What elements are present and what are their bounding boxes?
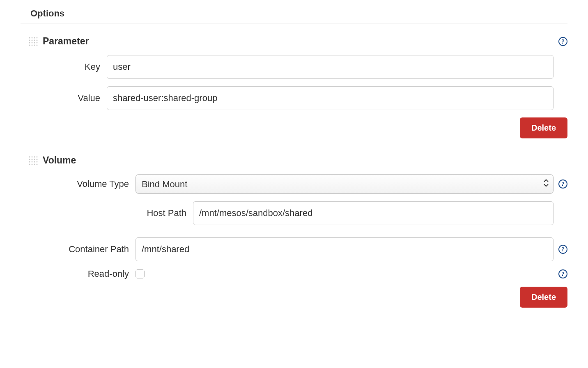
svg-point-26 xyxy=(29,161,30,162)
svg-text:?: ? xyxy=(562,246,565,253)
svg-point-12 xyxy=(29,44,30,46)
svg-point-15 xyxy=(37,44,38,46)
svg-text:?: ? xyxy=(562,271,565,277)
svg-point-13 xyxy=(32,44,33,46)
parameter-block: Parameter ? Key Value Delete xyxy=(21,36,567,138)
parameter-key-label: Key xyxy=(21,62,107,72)
help-icon[interactable]: ? xyxy=(558,269,567,278)
container-path-input[interactable] xyxy=(136,237,554,261)
parameter-value-input[interactable] xyxy=(107,86,554,110)
svg-point-25 xyxy=(37,159,38,160)
svg-point-21 xyxy=(37,156,38,157)
svg-point-19 xyxy=(32,156,33,157)
host-path-row: Host Path xyxy=(21,201,567,225)
volume-type-select[interactable]: Bind Mount xyxy=(136,174,554,194)
svg-point-0 xyxy=(29,37,30,38)
volume-delete-button[interactable]: Delete xyxy=(520,287,567,308)
svg-point-6 xyxy=(34,39,35,41)
svg-point-30 xyxy=(29,163,30,165)
svg-point-24 xyxy=(34,159,35,160)
readonly-row: Read-only ? xyxy=(21,269,567,279)
parameter-delete-button[interactable]: Delete xyxy=(520,117,567,138)
svg-point-28 xyxy=(34,161,35,162)
svg-point-20 xyxy=(34,156,35,157)
svg-point-9 xyxy=(32,42,33,43)
svg-point-31 xyxy=(32,163,33,165)
svg-point-11 xyxy=(37,42,38,43)
svg-point-22 xyxy=(29,159,30,160)
volume-block: Volume Volume Type Bind Mount ? Host Pat… xyxy=(21,155,567,308)
volume-type-label: Volume Type xyxy=(21,179,136,189)
svg-point-32 xyxy=(34,163,35,165)
svg-text:?: ? xyxy=(562,181,565,187)
volume-header: Volume xyxy=(21,155,567,166)
parameter-title: Parameter xyxy=(43,36,89,47)
svg-point-3 xyxy=(37,37,38,38)
host-path-input[interactable] xyxy=(193,201,554,225)
container-path-row: Container Path ? xyxy=(21,237,567,261)
parameter-key-input[interactable] xyxy=(107,55,554,79)
help-icon[interactable]: ? xyxy=(558,245,567,254)
host-path-label: Host Path xyxy=(21,208,193,218)
help-icon[interactable]: ? xyxy=(558,37,567,46)
svg-point-27 xyxy=(32,161,33,162)
svg-point-5 xyxy=(32,39,33,41)
parameter-header: Parameter ? xyxy=(21,36,567,47)
volume-title: Volume xyxy=(43,155,76,166)
svg-point-7 xyxy=(37,39,38,41)
readonly-checkbox[interactable] xyxy=(136,269,145,278)
svg-point-23 xyxy=(32,159,33,160)
svg-point-14 xyxy=(34,44,35,46)
drag-handle-icon[interactable] xyxy=(28,155,39,166)
svg-point-4 xyxy=(29,39,30,41)
parameter-value-row: Value xyxy=(21,86,567,110)
parameter-value-label: Value xyxy=(21,93,107,104)
svg-point-8 xyxy=(29,42,30,43)
container-path-label: Container Path xyxy=(21,244,136,255)
svg-point-1 xyxy=(32,37,33,38)
readonly-label: Read-only xyxy=(21,269,136,279)
help-icon[interactable]: ? xyxy=(558,179,567,189)
svg-text:?: ? xyxy=(562,39,565,45)
svg-point-18 xyxy=(29,156,30,157)
svg-point-2 xyxy=(34,37,35,38)
volume-type-row: Volume Type Bind Mount ? xyxy=(21,174,567,194)
svg-point-29 xyxy=(37,161,38,162)
drag-handle-icon[interactable] xyxy=(28,36,39,47)
svg-point-10 xyxy=(34,42,35,43)
options-section-header: Options xyxy=(21,8,567,23)
parameter-key-row: Key xyxy=(21,55,567,79)
svg-point-33 xyxy=(37,163,38,165)
